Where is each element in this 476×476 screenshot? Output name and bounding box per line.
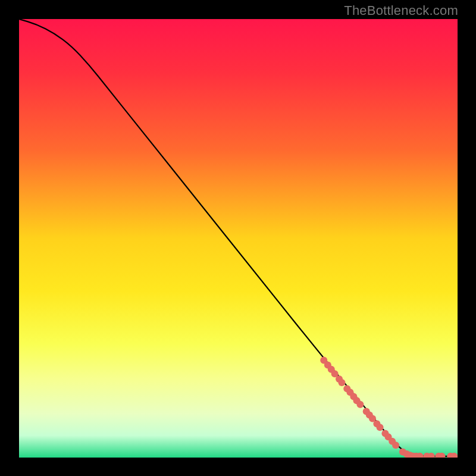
chart-svg: [19, 19, 458, 458]
watermark-text: TheBottleneck.com: [344, 3, 458, 18]
highlight-dot: [392, 441, 399, 449]
highlight-dot: [356, 401, 364, 408]
plot-area: [19, 19, 458, 458]
chart-frame: TheBottleneck.com: [0, 0, 476, 476]
gradient-background: [19, 19, 458, 458]
highlight-dot: [377, 424, 384, 431]
highlight-dot: [338, 379, 345, 386]
